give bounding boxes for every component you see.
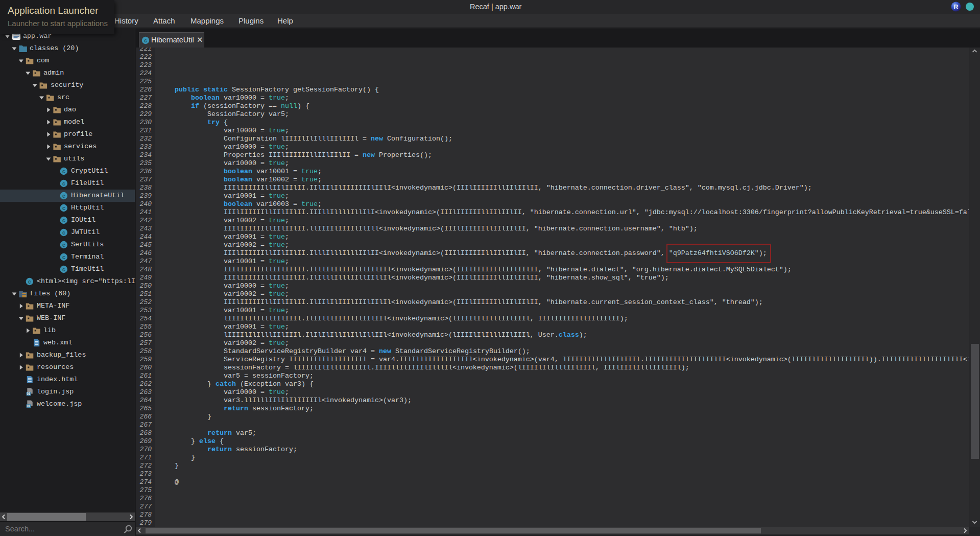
svg-text:01: 01: [27, 404, 31, 408]
svg-text:01: 01: [27, 392, 31, 395]
svg-text:c: c: [144, 38, 147, 43]
svg-text:c: c: [62, 254, 65, 260]
svg-text:c: c: [62, 205, 65, 211]
svg-text:c: c: [62, 193, 65, 199]
svg-text:c: c: [62, 267, 65, 272]
svg-text:c: c: [62, 218, 65, 223]
svg-text:c: c: [62, 169, 65, 174]
svg-text:R: R: [953, 3, 959, 11]
svg-text:c: c: [62, 242, 65, 248]
svg-text:c: c: [62, 181, 65, 187]
svg-text:c: c: [62, 230, 65, 236]
svg-text:c: c: [28, 279, 31, 285]
